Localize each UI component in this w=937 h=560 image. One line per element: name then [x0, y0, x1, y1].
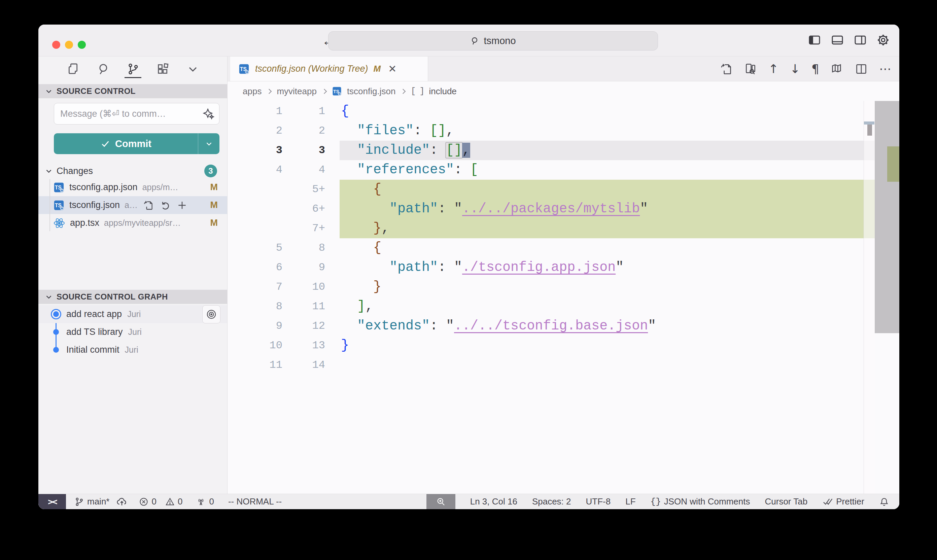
activity-bar	[38, 57, 227, 82]
close-tab-icon[interactable]: ✕	[388, 63, 397, 75]
command-center-search[interactable]: tsmono	[328, 31, 658, 51]
split-editor-icon[interactable]	[855, 63, 868, 75]
commit-message-input[interactable]: Message (⌘⏎ to comm…	[54, 103, 220, 125]
code-line[interactable]: 8 11 ],	[228, 297, 875, 316]
code-line[interactable]: 6 9 "path": "./tsconfig.app.json"	[228, 258, 875, 277]
code-line-current[interactable]: 3 3 "include": [],	[228, 141, 875, 160]
commit-dot-icon	[53, 347, 59, 353]
close-window-button[interactable]	[52, 41, 60, 49]
line-number-modified: 1	[282, 102, 325, 121]
breadcrumb-myviteapp[interactable]: myviteapp	[277, 86, 317, 97]
next-change-icon[interactable]: ↓	[790, 62, 800, 76]
settings-gear-icon[interactable]	[876, 33, 890, 47]
commit-dropdown-button[interactable]	[198, 133, 220, 154]
encoding-status-item[interactable]: UTF-8	[586, 494, 611, 509]
show-moved-blocks-icon[interactable]	[831, 63, 843, 75]
minimize-window-button[interactable]	[65, 41, 73, 49]
commit-message: Initial commit	[66, 345, 120, 355]
ts-config-file-icon: TS	[332, 86, 342, 96]
path-link[interactable]: ../../packages/mytslib	[462, 201, 640, 216]
commit-dot-icon	[53, 311, 59, 317]
sparkle-icon[interactable]	[202, 108, 214, 120]
path-link[interactable]: ./tsconfig.app.json	[462, 260, 615, 275]
eol-status-item[interactable]: LF	[625, 494, 635, 509]
vim-mode-status-item[interactable]: -- NORMAL --	[228, 494, 282, 509]
commit-message: add react app	[66, 309, 122, 319]
code-line-added[interactable]: 6+ "path": "../../packages/mytslib"	[228, 199, 875, 219]
source-control-graph-title: SOURCE CONTROL GRAPH	[57, 292, 168, 302]
commit-message: add TS library	[66, 327, 123, 337]
breadcrumb-tsconfig-json[interactable]: tsconfig.json	[347, 86, 396, 97]
change-row-app-tsx[interactable]: app.tsx apps/myviteapp/sr… M	[38, 214, 227, 232]
language-mode-status-item[interactable]: {} JSON with Comments	[651, 494, 750, 509]
code-line[interactable]: 9 12 "extends": "../../tsconfig.base.jso…	[228, 316, 875, 336]
code-line[interactable]: 10 13 }	[228, 336, 875, 355]
graph-row-add-ts-library[interactable]: add TS library Juri	[38, 323, 227, 341]
graph-row-add-react-app[interactable]: add react app Juri	[38, 305, 227, 323]
vertical-scrollbar-thumb[interactable]	[875, 101, 899, 333]
goto-commit-icon[interactable]	[202, 305, 220, 323]
source-control-graph-header[interactable]: SOURCE CONTROL GRAPH	[38, 290, 227, 304]
path-link[interactable]: ../../tsconfig.base.json	[454, 318, 648, 334]
show-whitespace-icon[interactable]: ¶	[811, 62, 819, 76]
line-number-original: 1	[228, 102, 282, 121]
branch-status-item[interactable]: main*	[74, 494, 109, 509]
discard-changes-icon[interactable]	[160, 200, 171, 211]
previous-change-icon[interactable]: ↑	[768, 62, 779, 76]
more-actions-icon[interactable]: ⋯	[879, 62, 891, 76]
commit-button[interactable]: Commit	[54, 133, 220, 154]
tab-modified-badge: M	[374, 64, 381, 74]
breadcrumb-apps[interactable]: apps	[243, 86, 262, 97]
toggle-secondary-sidebar-icon[interactable]	[854, 33, 867, 47]
zoom-window-button[interactable]	[78, 41, 86, 49]
cursor-tab-status-item[interactable]: Cursor Tab	[765, 494, 808, 509]
explorer-icon[interactable]	[66, 59, 80, 79]
notifications-bell-icon[interactable]	[879, 494, 889, 509]
check-icon	[100, 138, 111, 149]
remote-indicator-button[interactable]: ><	[38, 494, 66, 509]
search-view-icon[interactable]	[96, 59, 110, 79]
source-control-section-header[interactable]: SOURCE CONTROL	[38, 84, 227, 98]
open-file-icon[interactable]	[720, 63, 733, 75]
change-row-tsconfig[interactable]: TS tsconfig.json a…	[38, 196, 227, 214]
breadcrumb-include[interactable]: include	[429, 86, 456, 97]
graph-row-initial-commit[interactable]: Initial commit Juri	[38, 341, 227, 359]
code-line[interactable]: 11 14	[228, 355, 875, 375]
matched-brackets: []	[445, 142, 463, 158]
more-views-chevron-icon[interactable]	[186, 59, 200, 79]
indentation-status-item[interactable]: Spaces: 2	[532, 494, 571, 509]
change-row-tsconfig-app[interactable]: TS tsconfig.app.json apps/m… M	[38, 178, 227, 196]
code-line[interactable]: 4 4 "references": [	[228, 160, 875, 180]
code-line[interactable]: 5 8 {	[228, 238, 875, 258]
source-control-view-icon[interactable]	[126, 59, 140, 79]
line-number-modified: 4	[282, 160, 325, 180]
code-line[interactable]: 2 2 "files": [],	[228, 121, 875, 141]
code-line[interactable]: 1 1 {	[228, 102, 875, 121]
line-number-modified: 5+	[282, 180, 325, 199]
ports-status-item[interactable]: 0	[196, 494, 214, 509]
code-line-added[interactable]: 5+ {	[228, 180, 875, 199]
error-icon	[139, 497, 148, 506]
sync-changes-button[interactable]	[116, 494, 128, 509]
diff-editor-content[interactable]: 1 1 { 2 2 "files": [], 3 3	[228, 101, 899, 494]
open-changes-icon[interactable]	[744, 63, 757, 75]
toggle-panel-icon[interactable]	[831, 33, 844, 47]
app-window: ← → tsmono	[38, 25, 899, 509]
changes-section-header[interactable]: Changes 3	[38, 163, 227, 178]
commit-author: Juri	[127, 309, 141, 319]
extensions-icon[interactable]	[156, 59, 170, 79]
commit-button-label: Commit	[115, 138, 151, 149]
git-branch-icon	[74, 497, 84, 507]
tab-tsconfig-working-tree[interactable]: TS tsconfig.json (Working Tree) M ✕	[230, 57, 428, 81]
warning-count: 0	[178, 496, 182, 507]
formatter-status-item[interactable]: Prettier	[822, 494, 864, 509]
problems-status-item[interactable]: 0 0	[139, 494, 182, 509]
code-line[interactable]: 7 10 }	[228, 277, 875, 297]
open-file-icon[interactable]	[143, 200, 154, 211]
zoom-indicator-button[interactable]	[426, 494, 455, 509]
stage-changes-icon[interactable]	[177, 200, 188, 211]
cursor-position-status-item[interactable]: Ln 3, Col 16	[470, 494, 517, 509]
toggle-primary-sidebar-icon[interactable]	[808, 33, 821, 47]
chevron-right-icon	[400, 89, 406, 94]
code-line-added[interactable]: 7+ },	[228, 219, 875, 238]
